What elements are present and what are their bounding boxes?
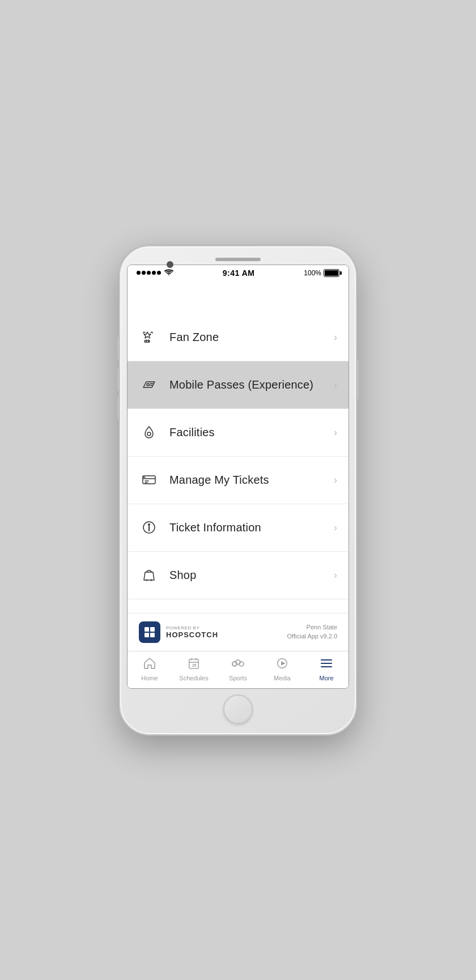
dot2 xyxy=(142,271,146,275)
battery-fill xyxy=(325,270,338,276)
speaker xyxy=(215,258,261,261)
sports-tab-icon xyxy=(230,657,246,673)
donate-icon xyxy=(139,612,159,613)
tab-media[interactable]: Media xyxy=(260,655,304,684)
menu-item-facilities[interactable]: Facilities › xyxy=(128,409,348,457)
svg-point-5 xyxy=(147,432,151,436)
tab-home[interactable]: Home xyxy=(128,655,172,684)
home-tab-icon xyxy=(143,657,156,673)
status-time: 9:41 AM xyxy=(223,269,255,278)
shop-icon xyxy=(139,565,159,585)
svg-point-11 xyxy=(148,524,150,525)
svg-point-13 xyxy=(151,580,152,581)
tab-more[interactable]: More xyxy=(304,655,348,684)
menu-item-manage-tickets[interactable]: Manage My Tickets › xyxy=(128,457,348,504)
manage-tickets-icon xyxy=(139,470,159,490)
fan-zone-chevron: › xyxy=(334,331,337,343)
ticket-info-icon xyxy=(139,517,159,538)
screen: 9:41 AM 100% xyxy=(127,265,349,689)
menu-item-donate[interactable]: Donate › xyxy=(128,599,348,613)
shop-label: Shop xyxy=(169,569,334,582)
dot4 xyxy=(152,271,156,275)
schedules-tab-icon: 25 xyxy=(187,657,201,673)
tab-schedules[interactable]: 25 Schedules xyxy=(172,655,216,684)
manage-tickets-chevron: › xyxy=(334,474,337,486)
home-button[interactable] xyxy=(223,694,253,724)
svg-rect-16 xyxy=(144,627,149,632)
camera xyxy=(167,261,173,268)
shop-chevron: › xyxy=(334,569,337,581)
media-tab-label: Media xyxy=(274,675,291,681)
home-tab-label: Home xyxy=(141,675,158,681)
signal-dots xyxy=(137,271,161,275)
dot1 xyxy=(137,271,141,275)
tab-bar: Home 25 Schedules xyxy=(128,651,348,688)
dot5 xyxy=(157,271,161,275)
facilities-label: Facilities xyxy=(169,426,334,439)
svg-marker-30 xyxy=(281,661,285,665)
hopscotch-logo: POWERED BY HOPSCOTCH xyxy=(139,621,218,643)
svg-point-0 xyxy=(168,274,169,275)
facilities-chevron: › xyxy=(334,427,337,438)
svg-point-12 xyxy=(146,580,148,581)
app-version: Penn State Official App v9.2.0 xyxy=(287,623,337,641)
more-tab-icon xyxy=(320,657,333,673)
status-bar: 9:41 AM 100% xyxy=(128,265,348,280)
dot3 xyxy=(147,271,151,275)
svg-text:25: 25 xyxy=(192,663,197,667)
facilities-icon xyxy=(139,422,159,442)
sports-tab-label: Sports xyxy=(229,675,247,681)
tab-sports[interactable]: Sports xyxy=(216,655,260,684)
menu-item-fan-zone[interactable]: Fan Zone › xyxy=(128,314,348,361)
battery-pct: 100% xyxy=(304,269,321,277)
footer-branding: POWERED BY HOPSCOTCH Penn State Official… xyxy=(128,613,348,651)
menu-content: Fan Zone › Mobile Passes (Experience) › xyxy=(128,280,348,613)
menu-item-ticket-info[interactable]: Ticket Information › xyxy=(128,504,348,552)
fan-zone-icon xyxy=(139,327,159,347)
wifi-icon xyxy=(164,269,173,278)
media-tab-icon xyxy=(275,657,289,673)
svg-rect-17 xyxy=(150,627,155,632)
fan-zone-label: Fan Zone xyxy=(169,331,334,344)
ticket-info-chevron: › xyxy=(334,522,337,534)
svg-rect-18 xyxy=(144,633,149,637)
mobile-passes-label: Mobile Passes (Experience) xyxy=(169,378,334,391)
phone-frame: 9:41 AM 100% xyxy=(119,245,357,735)
signal-area xyxy=(137,269,173,278)
status-battery: 100% xyxy=(304,269,339,277)
menu-item-shop[interactable]: Shop › xyxy=(128,552,348,599)
menu-item-mobile-passes[interactable]: Mobile Passes (Experience) › xyxy=(128,361,348,409)
schedules-tab-label: Schedules xyxy=(179,675,208,681)
manage-tickets-label: Manage My Tickets xyxy=(169,474,334,487)
more-tab-label: More xyxy=(319,675,333,681)
phone-top xyxy=(127,253,349,265)
mobile-passes-icon xyxy=(139,374,159,395)
svg-point-2 xyxy=(147,384,149,386)
brand-name: HOPSCOTCH xyxy=(166,630,218,639)
ticket-info-label: Ticket Information xyxy=(169,521,334,534)
powered-by-label: POWERED BY xyxy=(166,625,218,630)
hopscotch-icon xyxy=(139,621,160,643)
mobile-passes-chevron: › xyxy=(334,379,337,391)
menu-header-space xyxy=(128,280,348,314)
svg-rect-19 xyxy=(150,633,155,637)
hopscotch-text: POWERED BY HOPSCOTCH xyxy=(166,625,218,639)
battery-icon xyxy=(324,269,339,277)
